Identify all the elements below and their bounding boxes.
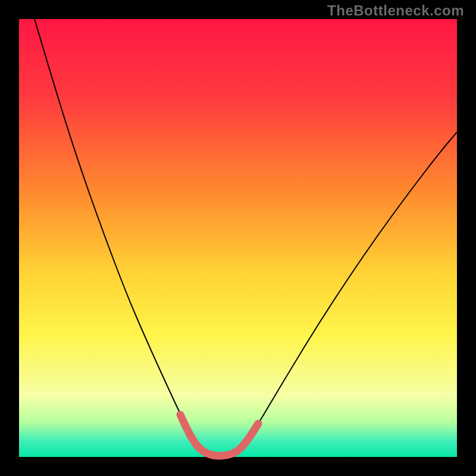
chart-svg	[0, 0, 476, 476]
watermark-text: TheBottleneck.com	[327, 2, 464, 19]
plot-background	[19, 19, 457, 457]
chart-frame: TheBottleneck.com	[0, 0, 476, 476]
